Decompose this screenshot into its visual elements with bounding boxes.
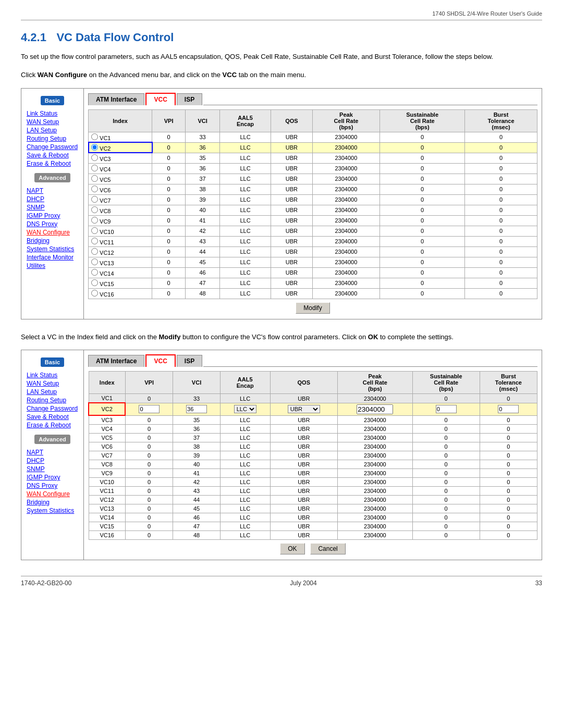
sidebar1-system-stats[interactable]: System Statistics bbox=[21, 245, 83, 253]
edit-qos-select[interactable]: UBRCBRVBR-rtVBR-nrt bbox=[288, 405, 320, 413]
sidebar2-link-status[interactable]: Link Status bbox=[21, 371, 83, 379]
th-peak-1: PeakCell Rate(bps) bbox=[312, 109, 380, 132]
modify-btn-row-1: Modify bbox=[88, 299, 537, 315]
cell-hdr-vci: 33 bbox=[173, 394, 220, 403]
cell-peak: 2304000 bbox=[338, 496, 413, 504]
sidebar1-change-password[interactable]: Change Password bbox=[21, 143, 83, 151]
edit-vpi-input[interactable] bbox=[139, 405, 160, 413]
edit-burst-input[interactable] bbox=[498, 405, 519, 413]
cell-peak: 2304000 bbox=[338, 460, 413, 469]
th-aal5-1: AAL5Encap bbox=[219, 109, 271, 132]
vc-radio-vc15[interactable] bbox=[91, 279, 98, 286]
sidebar2-bridging[interactable]: Bridging bbox=[21, 498, 83, 507]
basic-badge-1: Basic bbox=[41, 96, 64, 105]
vc-radio-vc3[interactable] bbox=[91, 154, 98, 161]
cell-vpi: 0 bbox=[152, 257, 186, 267]
sidebar1-lan-setup[interactable]: LAN Setup bbox=[21, 126, 83, 134]
cell-vpi: 0 bbox=[152, 246, 186, 257]
sidebar1-link-status[interactable]: Link Status bbox=[21, 109, 83, 118]
sidebar2-system-stats[interactable]: System Statistics bbox=[21, 507, 83, 515]
sidebar2-routing-setup[interactable]: Routing Setup bbox=[21, 396, 83, 404]
sidebar1-wan-setup[interactable]: WAN Setup bbox=[21, 118, 83, 126]
vc-radio-vc4[interactable] bbox=[91, 165, 98, 171]
sidebar2-wan-setup[interactable]: WAN Setup bbox=[21, 379, 83, 388]
table-row: VC1033LLCUBR230400000 bbox=[89, 394, 537, 403]
cell-vpi: 0 bbox=[152, 236, 186, 246]
sidebar2-lan-setup[interactable]: LAN Setup bbox=[21, 388, 83, 396]
cell-aal5: LLC bbox=[219, 288, 271, 299]
cell-sustainable: 0 bbox=[412, 496, 480, 504]
tab-vcc-1[interactable]: VCC bbox=[145, 93, 175, 105]
cell-peak: 2304000 bbox=[312, 174, 380, 184]
vc-radio-vc13[interactable] bbox=[91, 258, 98, 265]
cell-burst: 0 bbox=[480, 522, 537, 531]
sidebar1-wan-configure[interactable]: WAN Configure bbox=[21, 228, 83, 237]
cell-vpi: 0 bbox=[125, 415, 173, 425]
tab-atm-interface-2[interactable]: ATM Interface bbox=[88, 355, 144, 367]
sidebar1-dns-proxy[interactable]: DNS Proxy bbox=[21, 220, 83, 228]
vc-radio-vc11[interactable] bbox=[91, 238, 98, 244]
edit-peak-input[interactable] bbox=[357, 404, 393, 414]
sidebar1-igmp-proxy[interactable]: IGMP Proxy bbox=[21, 212, 83, 220]
tab-isp-1[interactable]: ISP bbox=[177, 93, 202, 105]
table-row: VC14046LLCUBR230400000 bbox=[89, 513, 537, 522]
vc-radio-vc6[interactable] bbox=[91, 186, 98, 192]
vc-radio-vc2[interactable] bbox=[91, 144, 98, 151]
cell-vci: 44 bbox=[173, 496, 220, 504]
cell-burst: 0 bbox=[480, 487, 537, 496]
sidebar2-napt[interactable]: NAPT bbox=[21, 448, 83, 456]
sidebar2-save-reboot[interactable]: Save & Reboot bbox=[21, 413, 83, 421]
edit-sustainable-input[interactable] bbox=[436, 405, 457, 413]
sidebar1-interface-monitor[interactable]: Interface Monitor bbox=[21, 253, 83, 262]
sidebar2-dns-proxy[interactable]: DNS Proxy bbox=[21, 482, 83, 490]
sidebar1-utilites[interactable]: Utilites bbox=[21, 262, 83, 270]
sidebar1-bridging[interactable]: Bridging bbox=[21, 237, 83, 245]
cell-index: VC15 bbox=[89, 522, 125, 531]
cancel-button[interactable]: Cancel bbox=[310, 543, 345, 554]
cell-hdr-peak: 2304000 bbox=[338, 394, 413, 403]
cell-peak: 2304000 bbox=[312, 288, 380, 299]
sidebar2-dhcp[interactable]: DHCP bbox=[21, 456, 83, 465]
sidebar1-dhcp[interactable]: DHCP bbox=[21, 195, 83, 203]
vc-radio-vc8[interactable] bbox=[91, 206, 98, 213]
sidebar1-routing-setup[interactable]: Routing Setup bbox=[21, 134, 83, 143]
vc-radio-vc16[interactable] bbox=[91, 290, 98, 297]
modify-button-1[interactable]: Modify bbox=[296, 302, 329, 314]
edit-vci-input[interactable] bbox=[186, 405, 207, 413]
vc-radio-vc12[interactable] bbox=[91, 248, 98, 255]
sidebar1-snmp[interactable]: SNMP bbox=[21, 203, 83, 212]
sidebar2-snmp[interactable]: SNMP bbox=[21, 465, 83, 473]
vc-radio-vc9[interactable] bbox=[91, 217, 98, 224]
vc-radio-vc14[interactable] bbox=[91, 269, 98, 276]
cell-aal5: LLC bbox=[220, 442, 270, 451]
vc-radio-vc7[interactable] bbox=[91, 196, 98, 203]
cell-vci: 40 bbox=[173, 460, 220, 469]
cell-vpi: 0 bbox=[152, 267, 186, 278]
sidebar1-napt[interactable]: NAPT bbox=[21, 187, 83, 195]
vc-radio-vc1[interactable] bbox=[91, 133, 98, 140]
sidebar2-erase-reboot[interactable]: Erase & Reboot bbox=[21, 421, 83, 429]
cell-vci: 42 bbox=[173, 478, 220, 487]
main-panel-1: ATM Interface VCC ISP Index VPI VCI AAL5… bbox=[84, 89, 542, 319]
sidebar1-save-reboot[interactable]: Save & Reboot bbox=[21, 151, 83, 159]
cell-sustainable: 0 bbox=[412, 451, 480, 460]
cell-qos: UBR bbox=[271, 257, 312, 267]
table-row: VC10042LLCUBR230400000 bbox=[89, 478, 537, 487]
tab-atm-interface-1[interactable]: ATM Interface bbox=[88, 93, 144, 105]
edit-aal5-select[interactable]: LLCVC bbox=[234, 405, 256, 413]
tab-vcc-2[interactable]: VCC bbox=[145, 354, 175, 367]
sidebar2-change-password[interactable]: Change Password bbox=[21, 404, 83, 413]
cell-sustainable: 0 bbox=[380, 278, 465, 288]
sidebar2-wan-configure[interactable]: WAN Configure bbox=[21, 490, 83, 498]
cell-burst: 0 bbox=[480, 425, 537, 434]
sidebar1-erase-reboot[interactable]: Erase & Reboot bbox=[21, 159, 83, 168]
cell-vpi: 0 bbox=[152, 153, 186, 163]
th2-sustainable: SustainableCell Rate(bps) bbox=[412, 372, 480, 394]
tab-isp-2[interactable]: ISP bbox=[177, 355, 202, 367]
ok-button[interactable]: OK bbox=[280, 543, 304, 554]
cell-aal5: LLC bbox=[220, 522, 270, 531]
vc-radio-vc5[interactable] bbox=[91, 175, 98, 182]
vc-radio-vc10[interactable] bbox=[91, 227, 98, 234]
sidebar2-igmp-proxy[interactable]: IGMP Proxy bbox=[21, 473, 83, 482]
body-text-3: Select a VC in the Index field and click… bbox=[21, 332, 542, 343]
